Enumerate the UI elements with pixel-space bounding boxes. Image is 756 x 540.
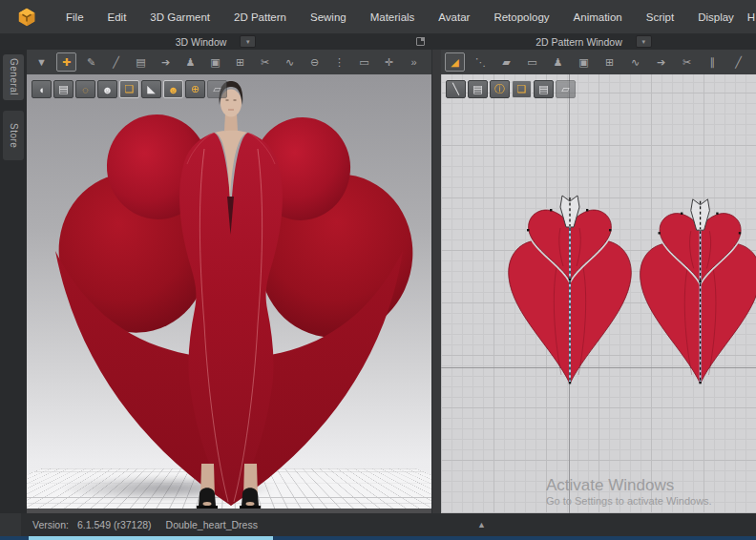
toolbar-row: ▼ ✚ ✎ ╱ ▤ ➔ ♟ xyxy=(27,50,756,74)
project-name: Double_heart_Dress xyxy=(166,519,258,530)
scene-render-icon[interactable]: ◖ xyxy=(32,80,52,98)
menu-item-sewing[interactable]: Sewing xyxy=(310,11,346,23)
pattern-piece-back[interactable] xyxy=(640,199,756,384)
statusbar: Version: 6.1.549 (r37128) Double_heart_D… xyxy=(0,513,756,536)
avatar-head-icon[interactable]: ☻ xyxy=(163,80,183,98)
cloth-texture-icon[interactable]: ◣ xyxy=(141,80,161,98)
menu-item-avatar[interactable]: Avatar xyxy=(438,11,470,23)
3d-window-title: 3D Window xyxy=(176,36,227,48)
dart-mannequin-icon[interactable]: ♟ xyxy=(548,52,568,72)
3d-viewport[interactable]: ◖ ▤ ◌ ☻ ❏ ◣ ☻ xyxy=(27,74,431,513)
seam-pen-icon[interactable]: ╱ xyxy=(728,52,748,72)
transform-window-icon[interactable]: ▣ xyxy=(205,52,225,72)
menu-item-edit[interactable]: Edit xyxy=(108,11,127,23)
clo-logo xyxy=(16,7,37,28)
select-move-icon[interactable]: ✚ xyxy=(56,52,76,72)
pin-toggle-icon[interactable]: ✛ xyxy=(379,52,399,72)
remove-circle-icon[interactable]: ⊖ xyxy=(304,52,325,72)
edit-pattern-icon[interactable]: ⋱ xyxy=(471,52,491,72)
menu-item-3d-garment[interactable]: 3D Garment xyxy=(150,11,210,23)
popout-window-icon[interactable] xyxy=(416,37,425,46)
import-pattern-icon[interactable]: ➔ xyxy=(156,52,176,72)
2d-pattern-viewport[interactable]: ╲ ▤ ⓘ ❏ ▤ ▱ Activate Windows Go to Setti… xyxy=(441,74,756,513)
avatar-mannequin-icon[interactable]: ♟ xyxy=(180,52,200,72)
garment-show-icon[interactable]: ▤ xyxy=(53,80,74,98)
sidebar-tab-store[interactable]: Store xyxy=(3,111,24,160)
fabric-2d-icon[interactable]: ❏ xyxy=(512,80,532,98)
pleats-icon[interactable]: ∥ xyxy=(703,52,723,72)
info-icon[interactable]: ⓘ xyxy=(490,80,510,98)
menu-item-file[interactable]: File xyxy=(66,11,84,23)
rectangle-pattern-icon[interactable]: ▭ xyxy=(522,52,542,72)
pattern-canvas xyxy=(441,74,756,513)
shirt-arrow-icon[interactable]: ➔ xyxy=(651,52,671,72)
pattern-piece-front[interactable] xyxy=(509,196,632,384)
sewing-tool-icon[interactable]: ✂ xyxy=(255,52,275,72)
menu-item-retopology[interactable]: Retopology xyxy=(494,11,549,23)
3d-window-dropdown[interactable]: ▾ xyxy=(240,35,256,48)
pane-divider[interactable] xyxy=(431,33,441,513)
grid-2d-icon[interactable]: ⊞ xyxy=(599,52,620,72)
menu-item-animation[interactable]: Animation xyxy=(574,11,622,23)
version-label: Version: xyxy=(32,519,69,530)
tape-measure-icon[interactable]: ▱ xyxy=(207,80,227,98)
flatten-iron-icon[interactable]: ∿ xyxy=(280,52,300,72)
shirt-lock-icon[interactable]: ▤ xyxy=(534,80,554,98)
2d-window-title: 2D Pattern Window xyxy=(536,36,621,48)
2d-window-titlebar: 2D Pattern Window ▾ xyxy=(431,33,756,50)
needle-tool-icon[interactable]: ╲ xyxy=(446,80,466,98)
transform-2d-icon[interactable]: ▣ xyxy=(574,52,594,72)
video-progress-bar[interactable] xyxy=(0,536,756,540)
particle-distance-icon[interactable]: ◌ xyxy=(75,80,95,98)
rectangle-select-icon[interactable]: ▭ xyxy=(354,52,374,72)
main-menu: File Edit 3D Garment 2D Pattern Sewing M… xyxy=(66,11,756,23)
avatar-show-icon[interactable]: ☻ xyxy=(97,80,117,98)
menu-item-display[interactable]: Display xyxy=(698,11,734,23)
fabric-show-icon[interactable]: ❏ xyxy=(119,80,139,98)
expand-panel-icon[interactable]: ▲ xyxy=(477,513,486,536)
arrangement-garment-icon[interactable]: ▤ xyxy=(131,52,151,72)
3d-window-titlebar: 3D Window ▾ xyxy=(0,33,431,50)
video-progress-played xyxy=(29,536,273,540)
2d-toolbar: ◢ ⋱ ▰ ▭ ♟ ▣ ⊞ xyxy=(445,52,748,72)
heart-dress-3d[interactable] xyxy=(42,107,430,506)
menu-item-materials[interactable]: Materials xyxy=(370,11,415,23)
menu-item-script[interactable]: Script xyxy=(646,11,674,23)
version-value: 6.1.549 (r37128) xyxy=(77,519,152,530)
2d-display-toolbar: ╲ ▤ ⓘ ❏ ▤ ▱ xyxy=(446,80,576,98)
statusbar-corner xyxy=(0,513,21,536)
version-info: Version: 6.1.549 (r37128) Double_heart_D… xyxy=(32,513,258,536)
3d-display-toolbar: ◖ ▤ ◌ ☻ ❏ ◣ ☻ xyxy=(32,80,227,98)
shirt-2d-icon[interactable]: ▤ xyxy=(468,80,488,98)
window-title-row: 3D Window ▾ 2D Pattern Window ▾ xyxy=(0,33,756,50)
transform-pattern-icon[interactable]: ◢ xyxy=(445,52,465,72)
grid-texture-icon[interactable]: ⊞ xyxy=(230,52,250,72)
select-mesh-icon[interactable]: ✎ xyxy=(81,52,101,72)
more-tools-icon[interactable]: » xyxy=(404,52,424,72)
pen-3d-icon[interactable]: ╱ xyxy=(106,52,126,72)
menu-item-2d-pattern[interactable]: 2D Pattern xyxy=(234,11,286,23)
2d-window-dropdown[interactable]: ▾ xyxy=(636,35,652,48)
3d-scene xyxy=(27,74,431,513)
globe-icon[interactable]: ⊕ xyxy=(185,80,205,98)
stamp-icon[interactable]: ▱ xyxy=(556,80,576,98)
pin-icon[interactable]: ⋮ xyxy=(329,52,349,72)
left-tab-strip: General Store xyxy=(0,50,27,513)
menubar: File Edit 3D Garment 2D Pattern Sewing M… xyxy=(0,0,756,33)
menu-overflow-item[interactable]: H xyxy=(747,0,755,33)
simulate-icon[interactable]: ▼ xyxy=(32,52,52,72)
polygon-pattern-icon[interactable]: ▰ xyxy=(496,52,516,72)
sidebar-tab-general[interactable]: General xyxy=(3,54,24,100)
curve-edit-icon[interactable]: ∿ xyxy=(625,52,645,72)
trace-icon[interactable]: ✂ xyxy=(677,52,697,72)
3d-toolbar: ▼ ✚ ✎ ╱ ▤ ➔ ♟ xyxy=(32,52,424,72)
